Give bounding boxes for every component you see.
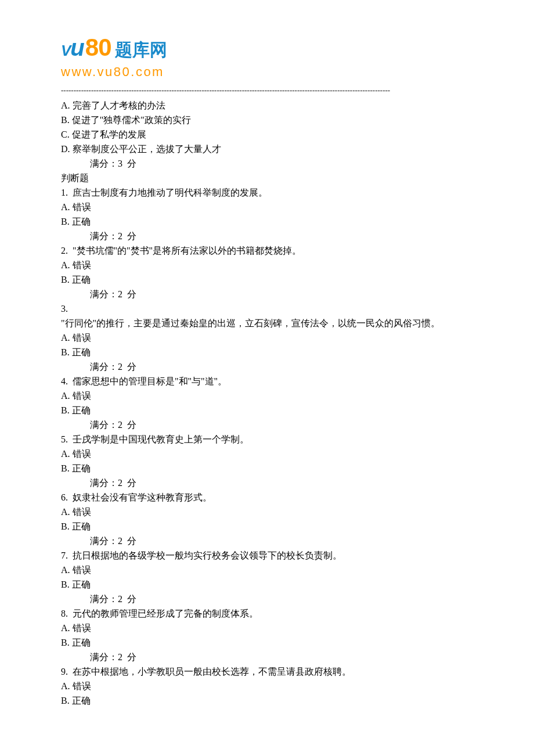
text-line: B. 正确	[61, 462, 479, 476]
text-line: 判断题	[61, 171, 479, 185]
text-line: 5. 壬戌学制是中国现代教育史上第一个学制。	[61, 433, 479, 447]
text-line: 3.	[61, 302, 479, 316]
text-line: 7. 抗日根据地的各级学校一般均实行校务会议领导下的校长负责制。	[61, 549, 479, 563]
logo-vu-text: VVuu	[61, 30, 84, 65]
text-line: B. 正确	[61, 345, 479, 359]
text-line: 满分：3 分	[61, 157, 479, 171]
text-line: A. 错误	[61, 258, 479, 272]
text-line: 9. 在苏中根据地，小学教职员一般由校长选荐，不需呈请县政府核聘。	[61, 665, 479, 679]
text-line: B. 促进了"独尊儒术"政策的实行	[61, 113, 479, 127]
text-line: 1. 庶吉士制度有力地推动了明代科举制度的发展。	[61, 186, 479, 200]
text-line: A. 错误	[61, 331, 479, 345]
text-line: B. 正确	[61, 578, 479, 592]
text-line: 满分：2 分	[61, 534, 479, 548]
text-line: A. 错误	[61, 563, 479, 577]
logo-80-text: 80	[85, 29, 111, 66]
text-line: C. 促进了私学的发展	[61, 128, 479, 142]
text-line: 满分：2 分	[61, 476, 479, 490]
text-line: 2. "焚书坑儒"的"焚书"是将所有法家以外的书籍都焚烧掉。	[61, 244, 479, 258]
horizontal-divider: ----------------------------------------…	[61, 85, 479, 96]
text-line: 满分：2 分	[61, 418, 479, 432]
text-line: 8. 元代的教师管理已经形成了完备的制度体系。	[61, 607, 479, 621]
text-line: A. 错误	[61, 200, 479, 214]
text-line: 满分：2 分	[61, 650, 479, 664]
text-line: A. 错误	[61, 389, 479, 403]
text-line: 4. 儒家思想中的管理目标是"和"与"道"。	[61, 375, 479, 388]
text-line: B. 正确	[61, 215, 479, 229]
text-line: 满分：2 分	[61, 592, 479, 606]
text-line: D. 察举制度公平公正，选拔了大量人才	[61, 142, 479, 156]
text-line: 6. 奴隶社会没有官学这种教育形式。	[61, 491, 479, 505]
logo-cn-text: 题库网	[115, 37, 167, 63]
text-line: A. 错误	[61, 505, 479, 519]
text-line: 满分：2 分	[61, 360, 479, 374]
text-line: A. 错误	[61, 447, 479, 461]
logo-url-text: www.vu80.com	[61, 62, 479, 81]
logo-block: VVuu 80 题库网 www.vu80.com	[61, 29, 479, 81]
text-line: B. 正确	[61, 636, 479, 650]
document-content: A. 完善了人才考核的办法B. 促进了"独尊儒术"政策的实行C. 促进了私学的发…	[61, 99, 479, 708]
text-line: 满分：2 分	[61, 287, 479, 301]
logo-image: VVuu 80 题库网	[61, 29, 479, 66]
text-line: B. 正确	[61, 404, 479, 417]
text-line: B. 正确	[61, 273, 479, 287]
text-line: B. 正确	[61, 520, 479, 534]
text-line: B. 正确	[61, 694, 479, 708]
text-line: 满分：2 分	[61, 229, 479, 243]
text-line: A. 错误	[61, 679, 479, 693]
text-line: A. 完善了人才考核的办法	[61, 99, 479, 113]
text-line: A. 错误	[61, 621, 479, 635]
text-line: "行同伦"的推行，主要是通过秦始皇的出巡，立石刻碑，宣传法令，以统一民众的风俗习…	[61, 316, 479, 330]
